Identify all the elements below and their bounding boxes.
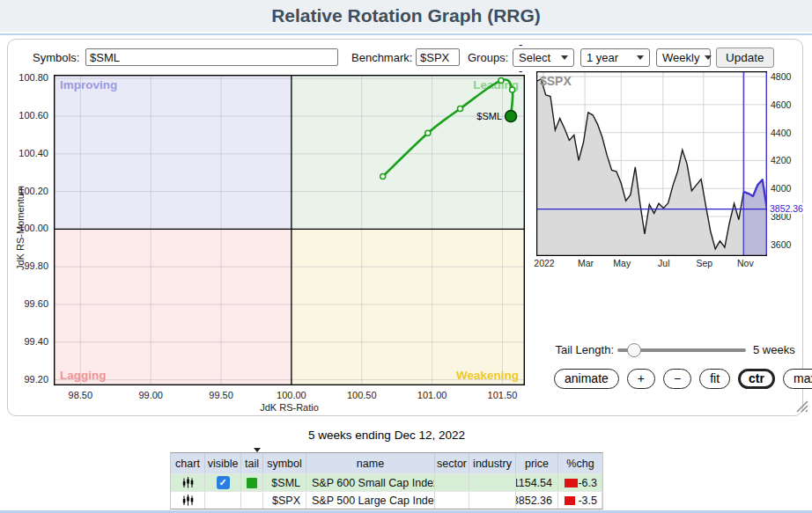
column-header-price[interactable]: price	[516, 453, 558, 473]
benchmark-label: Benchmark:	[351, 51, 412, 65]
chevron-down-icon	[561, 55, 568, 60]
spx-x-tick-label: May	[607, 258, 637, 268]
rrg-y-tick-label: 100.80	[8, 72, 48, 83]
rrg-widget: Symbols: Benchmark: Groups: - Select - 1…	[7, 39, 803, 416]
spx-x-tick-label: Mar	[571, 258, 601, 268]
spx-y-tick-label: 4200	[771, 155, 791, 165]
pct-chg-bar	[565, 479, 578, 487]
svg-text:Weakening: Weakening	[456, 369, 519, 382]
rrg-x-tick-label: 101.50	[480, 390, 524, 400]
pct-chg-bar	[565, 496, 575, 505]
chevron-down-icon	[637, 55, 644, 60]
animate-button[interactable]: animate	[554, 369, 619, 389]
period-select[interactable]: 1 year	[580, 48, 650, 67]
column-header-tail[interactable]: tail	[241, 453, 263, 473]
fit-button[interactable]: fit	[699, 369, 730, 389]
rrg-y-tick-label: 100.20	[8, 186, 48, 196]
name-cell: S&P 600 Small Cap Index	[306, 473, 435, 491]
pct-chg-value: -3.5	[575, 495, 602, 507]
zoom-out-button[interactable]: −	[663, 369, 691, 389]
frequency-select[interactable]: Weekly	[656, 48, 711, 67]
spx-y-tick-label: 3600	[771, 239, 791, 250]
zoom-in-button[interactable]: +	[627, 369, 655, 389]
spx-price-label: 3852.36	[768, 203, 805, 214]
table-row[interactable]: ✓$SMLS&P 600 Small Cap Index1154.54-6.3	[171, 473, 602, 491]
tail-length-slider-thumb[interactable]	[627, 343, 641, 357]
rrg-y-tick-label: 99.60	[8, 298, 48, 309]
rrg-y-tick-label: 99.20	[8, 374, 48, 385]
rrg-x-tick-label: 101.00	[410, 390, 454, 400]
pct-chg-cell: -6.3	[558, 473, 602, 491]
rrg-y-tick-label: 100.40	[8, 148, 48, 158]
table-header-row: chartvisibletailsymbolnamesectorindustry…	[171, 453, 602, 473]
candlestick-chart-icon	[181, 494, 195, 507]
benchmark-input[interactable]	[416, 48, 460, 66]
svg-text:Lagging: Lagging	[60, 369, 107, 382]
frequency-select-value: Weekly	[662, 51, 699, 64]
max-button[interactable]: max	[783, 369, 812, 389]
chevron-down-icon	[705, 55, 712, 60]
period-select-value: 1 year	[587, 51, 618, 64]
page-title: Relative Rotation Graph (RRG)	[271, 5, 541, 26]
spx-y-tick-label: 4400	[771, 128, 791, 138]
symbols-input[interactable]	[85, 48, 338, 66]
column-header-symbol[interactable]: symbol	[263, 453, 306, 473]
sector-cell	[435, 473, 469, 491]
rrg-x-axis-title: JdK RS-Ratio	[54, 402, 525, 413]
chart-cell[interactable]	[171, 473, 205, 491]
tail-sort-arrow[interactable]	[254, 448, 261, 452]
spx-x-tick-label: Sep	[690, 258, 720, 268]
svg-text:$SML: $SML	[476, 111, 502, 121]
visible-cell[interactable]	[205, 491, 241, 509]
sector-cell	[435, 491, 469, 509]
column-header-sector[interactable]: sector	[435, 453, 469, 473]
tail-cell	[241, 491, 263, 509]
spx-title: $SPX	[540, 74, 572, 88]
rrg-app: Relative Rotation Graph (RRG) Symbols: B…	[0, 0, 812, 513]
column-header-industry[interactable]: industry	[469, 453, 516, 473]
chart-cell[interactable]	[171, 491, 205, 509]
rrg-y-tick-label: 99.80	[8, 260, 48, 271]
pct-chg-value: -6.3	[578, 477, 602, 489]
symbol-cell: $SML	[263, 473, 306, 491]
spx-y-tick-label: 4800	[771, 71, 791, 82]
symbol-cell: $SPX	[263, 491, 306, 509]
rrg-x-tick-label: 99.00	[129, 390, 173, 400]
industry-cell	[469, 491, 516, 509]
column-header-visible[interactable]: visible	[205, 453, 241, 473]
rrg-x-tick-label: 100.50	[340, 390, 384, 400]
price-cell: 1154.54	[516, 473, 558, 491]
groups-label: Groups:	[468, 51, 508, 65]
zoom-controls: animate+−fitctrmax	[554, 369, 812, 389]
update-button[interactable]: Update	[716, 48, 774, 68]
spx-chart	[536, 71, 767, 256]
resize-handle[interactable]	[794, 399, 808, 413]
name-cell: S&P 500 Large Cap Index	[306, 491, 435, 509]
spx-x-tick-label: Jul	[649, 258, 679, 268]
column-header-%chg[interactable]: %chg	[558, 453, 602, 473]
price-cell: 3852.36	[516, 491, 558, 509]
tail-cell	[241, 473, 263, 491]
ctr-button[interactable]: ctr	[738, 369, 775, 389]
tail-length-value: 5 weeks	[753, 343, 795, 356]
spx-x-tick-label: 2022	[529, 258, 559, 268]
rrg-x-tick-label: 99.50	[199, 390, 243, 400]
visible-checkbox[interactable]: ✓	[217, 476, 230, 489]
table-row[interactable]: $SPXS&P 500 Large Cap Index3852.36-3.5	[171, 491, 602, 509]
pct-chg-cell: -3.5	[558, 491, 602, 509]
groups-select[interactable]: - Select -	[513, 48, 574, 67]
column-header-chart[interactable]: chart	[171, 453, 205, 473]
spx-y-tick-label: 4000	[771, 183, 791, 194]
title-bar: Relative Rotation Graph (RRG)	[0, 0, 812, 32]
column-header-name[interactable]: name	[306, 453, 435, 473]
spx-y-tick-label: 4600	[771, 99, 791, 110]
rrg-plot: ImprovingLeadingLaggingWeakening$SML	[54, 75, 525, 385]
visible-cell[interactable]: ✓	[205, 473, 241, 491]
spx-x-tick-label: Nov	[730, 258, 760, 268]
rrg-x-tick-label: 100.00	[269, 390, 314, 400]
rrg-y-tick-label: 100.00	[8, 223, 48, 233]
symbols-label: Symbols:	[33, 51, 79, 65]
industry-cell	[469, 473, 516, 491]
tail-color-swatch	[247, 478, 257, 488]
svg-text:Improving: Improving	[60, 78, 117, 92]
